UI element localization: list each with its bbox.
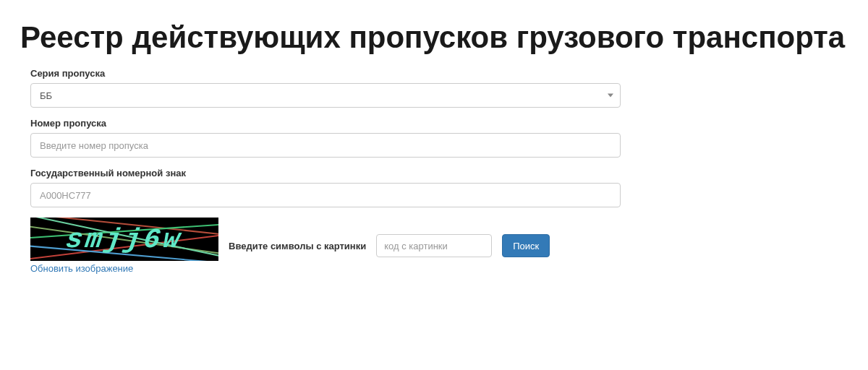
series-select-wrapper: ББ xyxy=(30,83,621,108)
captcha-text: smjj6w xyxy=(64,224,185,255)
page-title: Реестр действующих пропусков грузового т… xyxy=(20,20,848,55)
captcha-prompt-label: Введите символы с картинки xyxy=(229,241,366,251)
series-label: Серия пропуска xyxy=(30,68,621,79)
plate-label: Государственный номерной знак xyxy=(30,168,621,178)
series-select[interactable]: ББ xyxy=(30,83,621,108)
series-group: Серия пропуска ББ xyxy=(30,68,621,108)
search-button[interactable]: Поиск xyxy=(502,234,550,257)
captcha-block: smjj6w Обновить изображение xyxy=(30,218,218,274)
captcha-input[interactable] xyxy=(376,234,492,257)
plate-input[interactable] xyxy=(30,183,621,207)
refresh-captcha-link[interactable]: Обновить изображение xyxy=(30,263,218,274)
captcha-row: smjj6w Обновить изображение Введите симв… xyxy=(30,218,621,274)
search-form: Серия пропуска ББ Номер пропуска Государ… xyxy=(0,68,651,274)
plate-group: Государственный номерной знак xyxy=(30,168,621,207)
captcha-image: smjj6w xyxy=(30,218,218,261)
number-group: Номер пропуска xyxy=(30,118,621,158)
number-label: Номер пропуска xyxy=(30,118,621,129)
number-input[interactable] xyxy=(30,133,621,158)
